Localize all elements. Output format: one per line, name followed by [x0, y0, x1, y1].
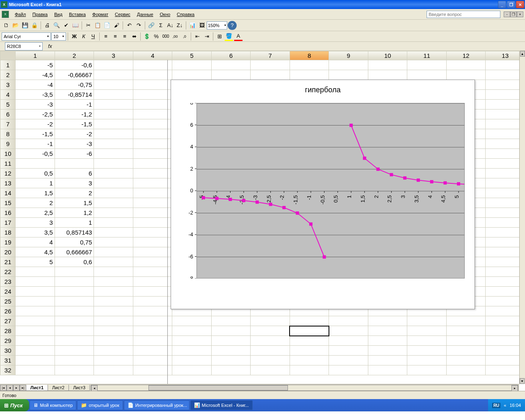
copy-icon[interactable]: 📋	[93, 21, 102, 30]
cell[interactable]	[133, 247, 172, 257]
row-header[interactable]: 26	[0, 306, 16, 316]
cell[interactable]: -2	[55, 129, 94, 139]
cell[interactable]	[133, 139, 172, 149]
column-header[interactable]: 10	[368, 51, 407, 60]
tab-nav-last-icon[interactable]: ▸|	[20, 385, 26, 391]
cell[interactable]	[94, 336, 133, 346]
help-search-input[interactable]	[427, 11, 500, 18]
cell[interactable]	[251, 356, 290, 365]
cell[interactable]	[94, 306, 133, 316]
column-header[interactable]: 1	[16, 51, 55, 60]
cell[interactable]	[446, 336, 486, 346]
cell[interactable]: 0,857143	[55, 228, 94, 237]
column-header[interactable]: 7	[251, 51, 290, 60]
cell[interactable]	[94, 365, 133, 375]
currency-icon[interactable]: 💲	[142, 32, 151, 41]
cell[interactable]	[368, 356, 407, 365]
row-header[interactable]: 23	[0, 277, 16, 287]
cell[interactable]: 5	[16, 257, 55, 267]
decrease-decimal-icon[interactable]: ,0	[180, 32, 189, 41]
cell[interactable]	[133, 326, 172, 336]
redo-icon[interactable]: ↷	[134, 21, 143, 30]
cell[interactable]	[133, 178, 172, 188]
system-tray[interactable]: RU « 16:04	[488, 399, 525, 411]
menu-window[interactable]: Окно	[157, 11, 174, 18]
cell[interactable]	[133, 70, 172, 80]
language-indicator[interactable]: RU	[492, 403, 500, 408]
cell[interactable]	[94, 178, 133, 188]
cell[interactable]	[290, 336, 329, 346]
cell[interactable]	[172, 316, 212, 326]
cell[interactable]	[94, 326, 133, 336]
tray-chevron-icon[interactable]: «	[504, 403, 506, 408]
cell[interactable]	[172, 326, 212, 336]
cell[interactable]	[55, 316, 94, 326]
align-center-icon[interactable]: ≡	[111, 32, 120, 41]
menu-help[interactable]: Справка	[173, 11, 198, 18]
cell[interactable]	[329, 365, 368, 375]
row-header[interactable]: 29	[0, 336, 16, 346]
cell[interactable]: 1	[16, 178, 55, 188]
cell[interactable]	[133, 316, 172, 326]
row-header[interactable]: 17	[0, 218, 16, 228]
cell[interactable]: -2	[16, 119, 55, 129]
cell[interactable]	[133, 159, 172, 169]
cell[interactable]	[133, 188, 172, 198]
row-header[interactable]: 24	[0, 287, 16, 297]
row-header[interactable]: 8	[0, 129, 16, 139]
row-header[interactable]: 10	[0, 149, 16, 159]
column-header[interactable]: 9	[329, 51, 368, 60]
cell[interactable]	[251, 326, 290, 336]
restore-button[interactable]: ❐	[507, 1, 515, 8]
cell[interactable]	[16, 267, 55, 277]
zoom-combo[interactable]: 150%	[207, 21, 227, 30]
row-header[interactable]: 12	[0, 169, 16, 178]
cell[interactable]	[211, 326, 251, 336]
cell[interactable]: 1,5	[16, 188, 55, 198]
cell[interactable]	[133, 110, 172, 119]
cell[interactable]	[94, 228, 133, 237]
cell[interactable]	[55, 297, 94, 306]
row-header[interactable]: 27	[0, 316, 16, 326]
cell[interactable]: 3	[55, 178, 94, 188]
cell[interactable]	[133, 208, 172, 218]
cell[interactable]	[94, 149, 133, 159]
cell[interactable]	[133, 119, 172, 129]
mdi-minimize-button[interactable]: -	[504, 11, 510, 17]
close-button[interactable]: ✕	[516, 1, 524, 8]
scroll-down-icon[interactable]: ▼	[520, 378, 525, 384]
mdi-restore-button[interactable]: ❐	[510, 11, 517, 17]
permission-icon[interactable]: 🔒	[30, 21, 39, 30]
font-name-combo[interactable]: Arial Cyr	[2, 32, 51, 41]
mdi-close-button[interactable]: ×	[517, 11, 523, 17]
cell[interactable]	[94, 60, 133, 70]
cell[interactable]	[172, 336, 212, 346]
doc-icon[interactable]: X	[2, 11, 9, 18]
cell[interactable]	[446, 316, 486, 326]
cell[interactable]	[407, 70, 447, 80]
cell[interactable]: 6	[55, 169, 94, 178]
cell[interactable]	[94, 237, 133, 247]
undo-icon[interactable]: ↶	[125, 21, 134, 30]
underline-icon[interactable]: Ч	[89, 32, 98, 41]
cell[interactable]: -5	[16, 60, 55, 70]
cell[interactable]	[94, 188, 133, 198]
cell[interactable]	[94, 208, 133, 218]
row-header[interactable]: 5	[0, 100, 16, 110]
cell[interactable]	[133, 277, 172, 287]
research-icon[interactable]: 📖	[71, 21, 80, 30]
cell[interactable]	[16, 277, 55, 287]
cell[interactable]	[133, 336, 172, 346]
select-all-corner[interactable]	[0, 51, 16, 60]
cell[interactable]: -1,5	[55, 119, 94, 129]
scroll-thumb[interactable]	[148, 385, 288, 390]
increase-indent-icon[interactable]: ⇥	[202, 32, 211, 41]
column-header[interactable]: 11	[407, 51, 447, 60]
cell[interactable]: 3,5	[16, 228, 55, 237]
cell[interactable]	[290, 60, 329, 70]
row-header[interactable]: 7	[0, 119, 16, 129]
cell[interactable]	[94, 198, 133, 208]
cell[interactable]	[133, 90, 172, 100]
cell[interactable]	[55, 306, 94, 316]
cell[interactable]	[251, 70, 290, 80]
